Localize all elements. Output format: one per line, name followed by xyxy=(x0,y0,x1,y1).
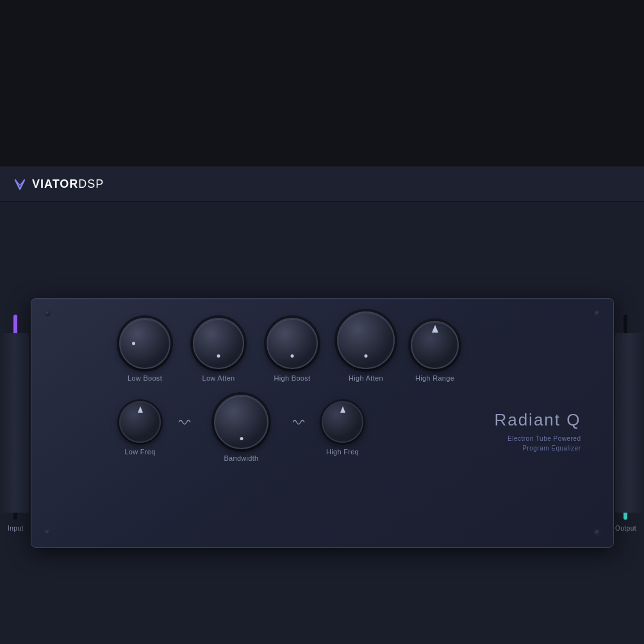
top-knobs-row: Low Boost Low Atten High Boost xyxy=(51,311,594,382)
bottom-row: Low Freq Bandwidth xyxy=(51,395,594,462)
wave-right-icon xyxy=(292,417,306,427)
plugin-body: Low Boost Low Atten High Boost xyxy=(31,298,614,548)
low-atten-group: Low Atten xyxy=(182,318,256,382)
bandwidth-dot xyxy=(240,437,243,440)
high-freq-knob[interactable] xyxy=(322,401,363,443)
low-atten-label: Low Atten xyxy=(202,374,235,382)
high-range-pointer xyxy=(432,325,438,333)
low-boost-knob[interactable] xyxy=(119,318,170,369)
top-black-area xyxy=(0,0,644,167)
screw-top-left xyxy=(44,310,51,317)
wave-left-icon xyxy=(178,417,192,427)
bandwidth-knob[interactable] xyxy=(214,395,268,449)
header-bar: VIATORDSP xyxy=(0,167,644,202)
high-range-label: High Range xyxy=(415,374,454,382)
plugin-subtitle: Electron Tube Powered Program Equalizer xyxy=(508,434,581,453)
logo-bold: VIATOR xyxy=(32,178,78,190)
brand-section: Radiant Q Electron Tube Powered Program … xyxy=(494,404,593,453)
plugin-name: Radiant Q xyxy=(494,410,581,430)
bandwidth-group: Bandwidth xyxy=(197,395,286,462)
output-label: Output xyxy=(615,525,636,532)
high-atten-knob[interactable] xyxy=(337,311,395,369)
low-atten-knob[interactable] xyxy=(193,318,244,369)
low-freq-label: Low Freq xyxy=(124,448,155,456)
screw-top-right xyxy=(594,310,600,317)
screw-bottom-right xyxy=(594,529,600,536)
low-boost-dot xyxy=(132,342,135,345)
wave-left-button[interactable] xyxy=(172,415,197,430)
high-atten-dot xyxy=(365,354,368,358)
high-atten-group: High Atten xyxy=(329,311,403,382)
rack-handle-right xyxy=(615,333,644,513)
high-range-group: High Range xyxy=(403,321,467,382)
high-boost-dot xyxy=(291,354,294,358)
low-freq-knob[interactable] xyxy=(119,401,161,443)
high-freq-group: High Freq xyxy=(311,401,375,456)
low-boost-label: Low Boost xyxy=(128,374,162,382)
logo-text: VIATORDSP xyxy=(32,178,104,191)
high-boost-group: High Boost xyxy=(256,318,329,382)
high-freq-pointer xyxy=(340,406,345,413)
high-freq-label: High Freq xyxy=(326,448,359,456)
input-label: Input xyxy=(8,525,24,532)
low-freq-group: Low Freq xyxy=(108,401,172,456)
low-freq-pointer xyxy=(138,406,143,413)
main-area: Input Output Low Boost xyxy=(0,202,644,644)
viator-logo-icon xyxy=(13,178,27,192)
high-boost-label: High Boost xyxy=(274,374,311,382)
rack-handle-left xyxy=(0,333,29,513)
high-range-knob[interactable] xyxy=(411,321,459,369)
logo-container: VIATORDSP xyxy=(13,178,104,192)
low-atten-dot xyxy=(217,354,220,358)
logo-light: DSP xyxy=(78,178,104,190)
screw-bottom-left xyxy=(44,529,51,536)
wave-right-button[interactable] xyxy=(286,415,311,430)
bandwidth-label: Bandwidth xyxy=(224,454,258,462)
high-atten-label: High Atten xyxy=(349,374,383,382)
low-boost-group: Low Boost xyxy=(108,318,182,382)
high-boost-knob[interactable] xyxy=(267,318,318,369)
